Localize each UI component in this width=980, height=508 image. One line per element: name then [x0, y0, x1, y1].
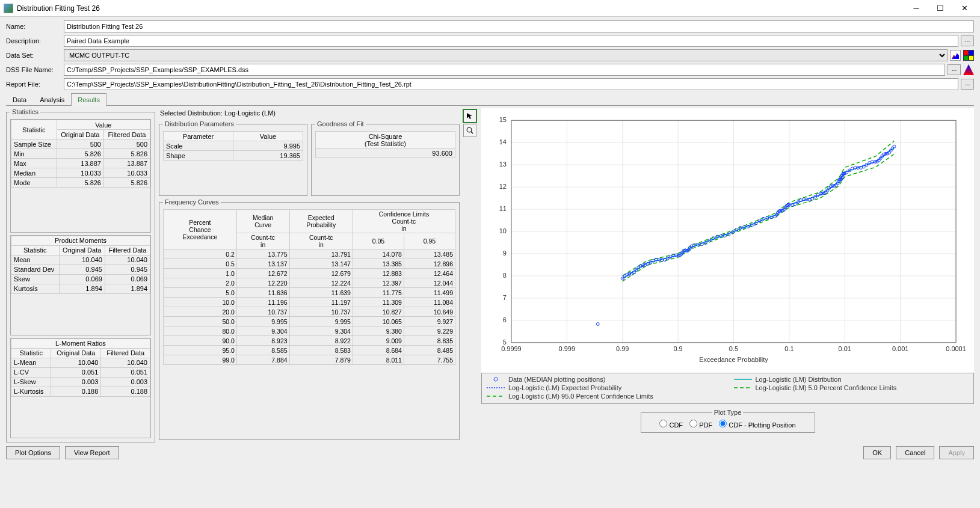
dssfile-input[interactable] [64, 64, 945, 76]
table-row: 0.213.77513.79114.07813.485 [164, 249, 455, 259]
table-row: Max13.88713.887 [11, 159, 150, 168]
magnifier-icon [466, 127, 473, 134]
close-button[interactable]: ✕ [952, 1, 976, 16]
pointer-icon [466, 112, 473, 120]
description-input[interactable] [64, 35, 958, 47]
table-row: 95.08.5858.5838.6848.485 [164, 346, 455, 355]
svg-point-163 [893, 145, 896, 148]
app-icon [4, 4, 13, 13]
table-row: 20.010.73710.73710.82710.649 [164, 307, 455, 317]
svg-text:15: 15 [499, 116, 507, 123]
ok-button[interactable]: OK [863, 446, 891, 459]
lmoment-table: L-Moment Ratios StatisticOriginal DataFi… [11, 338, 150, 397]
svg-text:11: 11 [499, 205, 507, 212]
svg-text:0.0001: 0.0001 [946, 345, 966, 352]
statistics-table: StatisticValue Original DataFiltered Dat… [11, 120, 150, 188]
table-row: 50.09.9959.99510.0659.927 [164, 317, 455, 326]
col-original: Original Data [57, 130, 103, 139]
radio-pdf[interactable]: PDF [689, 421, 712, 429]
svg-text:0.1: 0.1 [784, 345, 794, 352]
legend-data: Data (MEDIAN plotting positions) [508, 376, 605, 383]
svg-text:12: 12 [499, 183, 507, 190]
apply-button[interactable]: Apply [939, 446, 974, 459]
table-row: Median10.03310.033 [11, 168, 150, 178]
legend-5pct: Log-Logistic (LM) 5.0 Percent Confidence… [756, 384, 897, 391]
tabs: Data Analysis Results [6, 93, 974, 106]
dist-parameters-table: ParameterValue Scale9.995Shape19.365 [163, 131, 303, 161]
frequency-curves-table: PercentChanceExceedance MedianCurve Expe… [163, 209, 455, 365]
legend-expected: Log-Logistic (LM) Expected Probability [508, 384, 621, 391]
gof-value: 93.600 [316, 148, 455, 158]
svg-text:9: 9 [503, 249, 507, 257]
col-filtered: Filtered Data [103, 130, 150, 139]
description-label: Description: [6, 37, 61, 44]
table-row: L-Kurtosis0.1880.188 [11, 387, 150, 396]
table-row: Kurtosis1.8941.894 [11, 284, 150, 293]
radio-cdf[interactable]: CDF [659, 421, 683, 429]
grid-icon[interactable] [963, 50, 974, 61]
plot-icon[interactable] [950, 50, 961, 61]
plot-options-button[interactable]: Plot Options [6, 446, 60, 459]
svg-text:6: 6 [503, 316, 507, 323]
dataset-label: Data Set: [6, 52, 61, 59]
frequency-curves-panel: Frequency Curves PercentChanceExceedance… [159, 198, 460, 440]
selected-distribution-label: Selected Distribution: Log-Logistic (LM) [159, 108, 460, 118]
chart-area[interactable]: 567891011121314150.99990.9990.990.90.50.… [481, 108, 974, 373]
table-row: 2.012.22012.22412.39712.044 [164, 278, 455, 288]
table-row: 0.513.13713.14713.38512.896 [164, 259, 455, 269]
table-row: 99.07.8847.8798.0117.755 [164, 355, 455, 365]
svg-text:0.5: 0.5 [729, 345, 738, 352]
reportfile-input[interactable] [64, 78, 958, 90]
radio-cdf-plotting[interactable]: CDF - Plotting Position [719, 421, 795, 429]
tab-data[interactable]: Data [6, 93, 33, 106]
statistics-panel: Statistics StatisticValue Original DataF… [6, 108, 155, 442]
minimize-button[interactable]: ─ [904, 1, 928, 16]
cancel-button[interactable]: Cancel [896, 446, 934, 459]
table-row: Sample Size500500 [11, 139, 150, 149]
dataset-select[interactable]: MCMC OUTPUT-TC [64, 49, 948, 61]
description-browse-button[interactable]: ... [961, 35, 974, 46]
lm-header: L-Moment Ratios [11, 338, 150, 348]
legend-95pct: Log-Logistic (LM) 95.0 Percent Confidenc… [508, 393, 653, 400]
table-row: L-Skew0.0030.003 [11, 377, 150, 387]
dist-parameters-panel: Distribution Parameters ParameterValue S… [159, 120, 307, 196]
svg-text:13: 13 [499, 161, 507, 168]
col-value: Value [57, 120, 150, 130]
tab-results[interactable]: Results [71, 93, 106, 106]
titlebar: Distribution Fitting Test 26 ─ ☐ ✕ [0, 0, 980, 17]
dss-icon[interactable] [963, 64, 974, 75]
tab-analysis[interactable]: Analysis [33, 93, 71, 106]
svg-text:0.001: 0.001 [892, 345, 908, 352]
table-row: Min5.8265.826 [11, 149, 150, 159]
chart-legend: Data (MEDIAN plotting positions) Log-Log… [481, 373, 974, 404]
zoom-tool[interactable] [463, 124, 476, 137]
view-report-button[interactable]: View Report [65, 446, 119, 459]
window-title: Distribution Fitting Test 26 [17, 4, 904, 13]
pointer-tool[interactable] [463, 109, 476, 123]
legend-dist: Log-Logistic (LM) Distribution [756, 376, 842, 383]
gof-table: Chi-Square(Test Statistic) 93.600 [315, 131, 455, 158]
product-moments-table: Product Moments StatisticOriginal DataFi… [11, 236, 150, 294]
svg-text:0.999: 0.999 [559, 345, 575, 352]
svg-point-0 [467, 127, 472, 132]
table-row: L-CV0.0510.051 [11, 367, 150, 377]
dssfile-browse-button[interactable]: ... [948, 64, 961, 75]
svg-line-1 [471, 132, 473, 133]
table-row: Skew0.0690.069 [11, 274, 150, 284]
table-row: 1.012.67212.67912.88312.464 [164, 269, 455, 278]
maximize-button[interactable]: ☐ [928, 1, 952, 16]
reportfile-label: Report File: [6, 81, 61, 88]
dssfile-label: DSS File Name: [6, 66, 61, 73]
reportfile-browse-button[interactable]: ... [961, 79, 974, 90]
table-row: Mean10.04010.040 [11, 255, 150, 265]
name-input[interactable] [64, 20, 974, 32]
table-row: Mode5.8265.826 [11, 178, 150, 188]
goodness-of-fit-panel: Goodness of Fit Chi-Square(Test Statisti… [311, 120, 460, 196]
table-row: 80.09.3049.3049.3809.229 [164, 326, 455, 336]
table-row: Shape19.365 [164, 151, 303, 161]
svg-text:0.9999: 0.9999 [501, 345, 522, 352]
svg-text:8: 8 [503, 272, 507, 279]
statistics-legend: Statistics [10, 108, 40, 115]
svg-text:0.01: 0.01 [839, 345, 851, 352]
table-row: 5.011.63611.63911.77511.499 [164, 288, 455, 298]
